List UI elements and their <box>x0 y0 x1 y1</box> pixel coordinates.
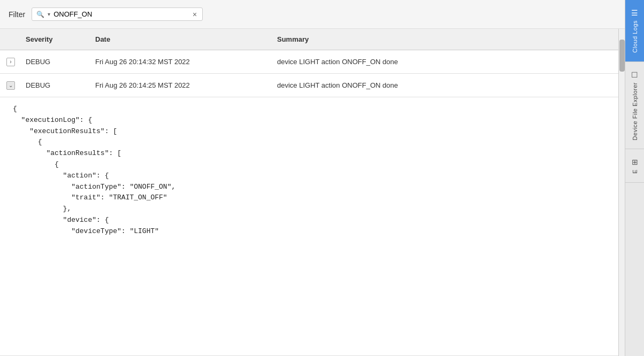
row-expand-button[interactable]: ⌄ <box>0 74 21 97</box>
row-severity: DEBUG <box>21 76 91 95</box>
expand-icon: › <box>6 58 15 66</box>
th-severity: Severity <box>21 30 91 49</box>
filter-dropdown-icon[interactable]: ▾ <box>48 11 50 17</box>
row-severity: DEBUG <box>21 52 91 71</box>
sidebar-tab-label: Device File Explorer <box>632 82 638 140</box>
th-date: Date <box>91 30 273 49</box>
main-content: Filter 🔍 ▾ × Severity Date Summary › DEB… <box>0 0 625 356</box>
table-header: Severity Date Summary <box>0 29 618 50</box>
search-icon: 🔍 <box>36 11 44 18</box>
row-expand-button[interactable]: › <box>0 50 21 73</box>
filter-input-wrapper: 🔍 ▾ × <box>32 7 203 21</box>
table-row[interactable]: › DEBUG Fri Aug 26 20:14:32 MST 2022 dev… <box>0 50 618 74</box>
json-expanded-content: { "executionLog": { "executionResults": … <box>0 97 618 356</box>
filter-label: Filter <box>9 10 25 19</box>
scrollbar-thumb[interactable] <box>619 40 625 72</box>
table-row[interactable]: ⌄ DEBUG Fri Aug 26 20:14:25 MST 2022 dev… <box>0 74 618 97</box>
row-date: Fri Aug 26 20:14:32 MST 2022 <box>91 52 273 71</box>
main-area: Severity Date Summary › DEBUG Fri Aug 26… <box>0 29 625 356</box>
sidebar-tab-cloud-logs[interactable]: ☰ Cloud Logs <box>625 0 645 62</box>
sidebar-tab-label: E <box>632 169 638 174</box>
cloud-logs-icon: ☰ <box>631 9 638 17</box>
right-sidebar: ☰ Cloud Logs ☐ Device File Explorer ⊞ E <box>625 0 644 356</box>
content-area: Severity Date Summary › DEBUG Fri Aug 26… <box>0 29 618 356</box>
extra-icon: ⊞ <box>632 158 638 166</box>
device-file-explorer-icon: ☐ <box>631 71 638 79</box>
row-date: Fri Aug 26 20:14:25 MST 2022 <box>91 76 273 95</box>
th-summary: Summary <box>273 30 618 49</box>
sidebar-tab-label: Cloud Logs <box>632 20 638 53</box>
sidebar-tab-extra[interactable]: ⊞ E <box>625 149 645 183</box>
scrollbar-track[interactable] <box>618 29 625 356</box>
sidebar-tab-device-file-explorer[interactable]: ☐ Device File Explorer <box>625 62 645 149</box>
filter-bar: Filter 🔍 ▾ × <box>0 0 625 29</box>
collapse-icon: ⌄ <box>6 81 15 90</box>
filter-input[interactable] <box>53 10 188 18</box>
filter-clear-button[interactable]: × <box>191 11 198 18</box>
row-summary: device LIGHT action ONOFF_ON done <box>273 76 618 95</box>
row-summary: device LIGHT action ONOFF_ON done <box>273 52 618 71</box>
